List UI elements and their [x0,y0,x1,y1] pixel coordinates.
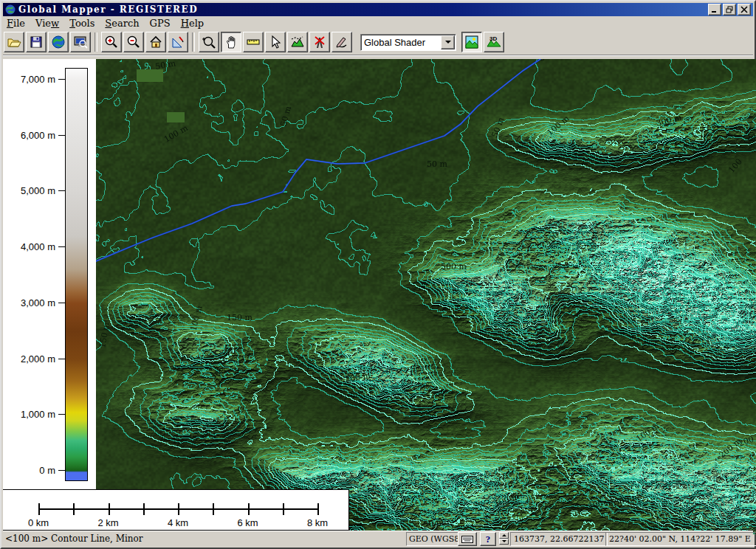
path-profile-button[interactable] [287,32,308,52]
legend-tick-label: 1,000 m [4,409,55,420]
menu-search[interactable]: Search [101,17,142,30]
legend-tick [58,414,65,415]
scale-bar-label: 8 km [299,517,336,528]
legend-tick-label: 6,000 m [4,130,55,141]
menu-help[interactable]: Help [177,17,208,30]
legend-tick-label: 3,000 m [4,297,55,308]
restore-button[interactable] [723,4,736,15]
shader-combo[interactable]: Global Shader [360,34,456,51]
legend-tick [58,470,65,471]
close-button[interactable] [738,4,751,15]
elevation-legend: 7,000 m6,000 m5,000 m4,000 m3,000 m2,000… [3,59,96,489]
menu-bar: FileViewToolsSearchGPSHelp [3,16,753,30]
scale-bar-tick [143,503,145,515]
download-online-button[interactable] [48,32,69,52]
scale-bar-tick [248,503,250,515]
toolbar-separator [94,32,97,52]
app-window: Global Mapper - REGISTERED FileViewTools… [0,0,756,549]
legend-tick-label: 5,000 m [4,185,55,196]
scale-bar-tick [213,503,214,515]
scale-bar-tick [73,503,75,515]
scale-bar-tick [178,503,179,515]
status-bar: <100 m> Contour Line, Minor GEO (WGS84 ?… [3,531,753,546]
toolbar: Global Shader 3D [3,30,753,55]
pan-tool-button[interactable] [221,32,241,52]
svg-text:3D: 3D [489,35,497,42]
scale-bar-tick [38,503,40,515]
legend-tick [58,359,65,359]
view-raster-button[interactable] [461,32,482,52]
menu-tools[interactable]: Tools [66,17,98,30]
measure-tool-button[interactable] [243,32,264,52]
digitizer-pen-button[interactable] [331,32,352,52]
app-icon [5,4,16,15]
gps-tracking-button[interactable] [309,32,330,52]
scale-bar: 0 km2 km4 km6 km8 km [3,489,349,531]
scale-bar-tick [317,503,319,515]
scale-bar-tick [283,503,284,515]
save-button[interactable] [26,32,47,52]
legend-tick [58,135,65,136]
zoom-spinner[interactable] [499,532,509,545]
open-button[interactable] [4,32,24,52]
zoom-in-button[interactable] [101,32,122,52]
shader-combo-value: Global Shader [361,37,441,48]
minimize-button[interactable] [708,4,721,15]
latlon-panel: 22?40' 02.00" N, 114?22' 17.89" E [605,532,756,546]
set-scale-button[interactable] [168,32,188,52]
scale-bar-label: 0 km [20,517,57,528]
legend-tick-label: 0 m [4,465,55,476]
legend-tick [58,190,65,191]
help-button[interactable]: ? [480,532,496,546]
scale-bar-label: 2 km [90,517,127,528]
full-view-button[interactable] [145,32,166,52]
title-bar: Global Mapper - REGISTERED [3,3,753,16]
zoom-tool-button[interactable] [199,32,219,52]
digitizer-select-button[interactable] [265,32,286,52]
toolbar-separator [192,32,195,52]
scale-bar-label: 6 km [230,517,267,528]
coordinate-panel: 163737, 22.66722137 ) [510,532,608,546]
status-feature-text: <100 m> Contour Line, Minor [5,534,143,544]
menu-gps[interactable]: GPS [146,17,174,30]
legend-tick-label: 2,000 m [4,353,55,365]
menu-file[interactable]: File [3,17,29,30]
elevation-gradient-bar [65,68,88,481]
legend-tick [58,246,65,247]
projection-panel: GEO (WGS84 [406,532,458,546]
zoom-out-button[interactable] [123,32,144,52]
capture-screen-button[interactable] [70,32,91,52]
legend-tick-label: 7,000 m [4,74,55,85]
legend-tick [58,79,65,80]
scale-bar-label: 4 km [159,517,196,528]
legend-tick [58,303,65,303]
map-view[interactable] [96,59,756,534]
scale-bar-tick [109,503,110,515]
legend-tick-label: 4,000 m [4,241,55,252]
view-3d-button[interactable]: 3D [484,32,504,52]
menu-view[interactable]: View [32,17,63,30]
keyboard-button[interactable] [458,532,477,546]
window-title: Global Mapper - REGISTERED [18,4,708,15]
combo-dropdown-button[interactable] [441,35,455,49]
